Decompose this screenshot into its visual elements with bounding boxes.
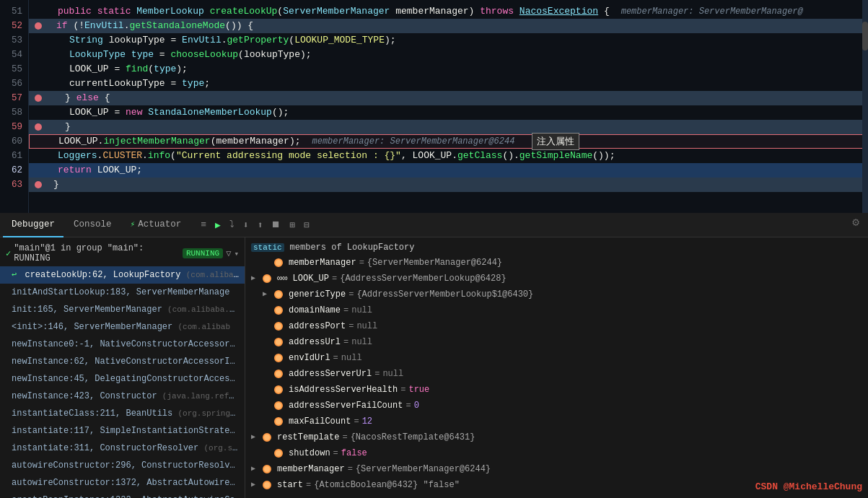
var-item-lookup[interactable]: ▶ ∞∞ LOOK_UP = {AddressServerMemberLooku…: [245, 271, 868, 287]
var-dot-domain: [274, 306, 283, 315]
hint-51: memberManager: ServerMemberManager@: [621, 4, 803, 19]
active-arrow: ↩: [12, 270, 17, 280]
var-item-is-health[interactable]: isAddressServerHealth = true: [245, 382, 868, 398]
var-val-addr-srv-url: null: [382, 367, 403, 380]
ln-61: 61: [6, 149, 22, 163]
expand-icon-lookup[interactable]: ▶: [251, 272, 260, 285]
chinese-label-60: 注入属性: [532, 133, 579, 150]
expand-icon-generic[interactable]: ▶: [263, 288, 271, 301]
code-line-63: }: [29, 178, 868, 192]
toolbar-icon-stop[interactable]: ⏹: [268, 217, 284, 232]
stack-item-11[interactable]: autowireConstructor:296, ConstructorReso…: [0, 457, 245, 474]
ln-54: 54: [6, 48, 22, 62]
toolbar-icon-step-out[interactable]: ⬆: [254, 217, 267, 233]
toolbar-icon-resume[interactable]: ▶: [211, 217, 224, 233]
var-name-addr-srv-url: addressServerUrl: [289, 367, 372, 380]
stack-item-5[interactable]: newInstance:62, NativeConstructorAccesso…: [0, 353, 245, 370]
var-val-is-health: true: [408, 383, 429, 396]
call-stack-panel: ✓ "main"@1 in group "main": RUNNING RUNN…: [0, 237, 245, 498]
stack-item-2[interactable]: init:165, ServerMemberManager (com.aliba…: [0, 301, 245, 318]
var-name-lookup: ∞∞ LOOK_UP: [277, 272, 329, 285]
stack-item-text-9: instantiate:117, SimpleInstantiationStra…: [12, 426, 245, 436]
var-item-rest-template[interactable]: ▶ restTemplate = {NacosRestTemplate@6431…: [245, 429, 868, 445]
var-name-shutdown: shutdown: [289, 447, 330, 460]
editor-scrollbar[interactable]: [862, 0, 868, 213]
toolbar-icon-table[interactable]: ⊞: [286, 217, 299, 233]
settings-icon[interactable]: ⚙: [852, 215, 859, 230]
toolbar-icon-lines[interactable]: ≡: [197, 217, 210, 232]
var-val-fail-count: 0: [414, 399, 419, 412]
stack-item-text-1: initAndStartLookup:183, ServerMemberMana…: [12, 287, 229, 297]
ln-63: 63: [6, 178, 22, 192]
stack-item-3[interactable]: <init>:146, ServerMemberManager (com.ali…: [0, 318, 245, 336]
var-name-fail-count: addressServerFailCount: [289, 399, 403, 412]
stack-item-7[interactable]: newInstance:423, Constructor (java.lang.…: [0, 388, 245, 405]
var-eq-0: =: [359, 256, 364, 269]
stack-item-text-2: init:165, ServerMemberManager (com.aliba…: [12, 305, 239, 315]
tab-console[interactable]: Console: [65, 213, 120, 237]
var-name-is-health: isAddressServerHealth: [289, 383, 398, 396]
tab-debugger[interactable]: Debugger: [3, 213, 63, 237]
tab-actuator-label: Actuator: [138, 219, 181, 230]
var-eq-domain: =: [343, 304, 348, 317]
stack-item-4[interactable]: newInstance0:-1, NativeConstructorAccess…: [0, 336, 245, 353]
var-item-shutdown[interactable]: shutdown = false: [245, 445, 868, 461]
ln-60: 60: [6, 134, 22, 149]
var-item-generic-type[interactable]: ▶ genericType = {AddressServerMemberLook…: [245, 287, 868, 302]
stack-item-13[interactable]: createBeanInstance:1222, AbstractAutowir…: [0, 492, 245, 498]
stack-item-8[interactable]: instantiateClass:211, BeanUtils (org.spr…: [0, 405, 245, 422]
code-line-52: if (!EnvUtil.getStandaloneMode()) {: [29, 19, 868, 33]
toolbar-icons: ≡ ▶ ⤵ ⬇ ⬆ ⏹ ⊞ ⊟: [197, 217, 313, 233]
code-line-54: LookupType type = chooseLookup(lookupTyp…: [29, 48, 868, 62]
var-item-member-manager-1[interactable]: ▶ memberManager = {ServerMemberManager@6…: [245, 461, 868, 477]
var-name-port: addressPort: [289, 320, 346, 333]
var-item-address-server-url[interactable]: addressServerUrl = null: [245, 366, 868, 382]
debug-dot-57: [35, 95, 42, 102]
var-val-generic: {AddressServerMemberLookup$1@6430}: [356, 288, 533, 301]
var-name-max-fail: maxFailCount: [289, 415, 351, 428]
stack-item-text-10: instantiate:311, ConstructorResolver (or…: [12, 443, 245, 453]
toolbar-icon-restore[interactable]: ⊟: [300, 217, 313, 233]
code-line-59: }: [29, 120, 868, 134]
ln-58: 58: [6, 105, 22, 120]
stack-item-1[interactable]: initAndStartLookup:183, ServerMemberMana…: [0, 284, 245, 301]
stack-item-text-7: newInstance:423, Constructor (java.lang.…: [12, 391, 245, 401]
debugger-tabs-bar: Debugger Console ⚡ Actuator ≡ ▶ ⤵ ⬇ ⬆ ⏹ …: [0, 213, 868, 237]
thread-label: "main"@1 in group "main": RUNNING: [14, 243, 180, 263]
static-section-text: members of LookupFactory: [290, 243, 415, 253]
stack-item-9[interactable]: instantiate:117, SimpleInstantiationStra…: [0, 422, 245, 440]
var-val-shutdown: false: [341, 447, 367, 460]
var-item-env-id-url[interactable]: envIdUrl = null: [245, 350, 868, 366]
filter-icon[interactable]: ▽: [226, 248, 231, 259]
tab-actuator[interactable]: ⚡ Actuator: [122, 213, 190, 237]
ln-55: 55: [6, 62, 22, 77]
hint-60: memberManager: ServerMemberManager@6244: [312, 134, 515, 149]
ln-62: 62: [6, 163, 22, 178]
stack-item-text-13: createBeanInstance:1222, AbstractAutowir…: [12, 495, 235, 498]
var-name-domain: domainName: [289, 304, 341, 317]
ln-56: 56: [6, 77, 22, 91]
check-icon: ✓: [6, 248, 11, 259]
code-line-56: currentLookupType = type;: [29, 77, 868, 91]
stack-item-10[interactable]: instantiate:311, ConstructorResolver (or…: [0, 440, 245, 457]
var-item-member-manager-0[interactable]: memberManager = {ServerMemberManager@624…: [245, 255, 868, 271]
code-line-60: LOOK_UP.injectMemberManager(memberManage…: [29, 134, 868, 149]
code-line-61: Loggers.CLUSTER.info("Current addressing…: [29, 149, 868, 163]
toolbar-icon-step-into[interactable]: ⬇: [240, 217, 253, 233]
stack-item-text-4: newInstance0:-1, NativeConstructorAccess…: [12, 339, 240, 349]
var-item-fail-count[interactable]: addressServerFailCount = 0: [245, 398, 868, 414]
var-name-addr-url: addressUrl: [289, 336, 341, 349]
var-item-address-url[interactable]: addressUrl = null: [245, 334, 868, 350]
code-line-62: return LOOK_UP;: [29, 163, 868, 178]
var-item-domain-name[interactable]: domainName = null: [245, 302, 868, 318]
debugger-body: ✓ "main"@1 in group "main": RUNNING RUNN…: [0, 237, 868, 498]
stack-item-6[interactable]: newInstance:45, DelegatingConstructorAcc…: [0, 370, 245, 388]
stack-item-0[interactable]: ↩ createLookUp:62, LookupFactory (com.al…: [0, 266, 245, 284]
toolbar-icon-step-over[interactable]: ⤵: [226, 217, 238, 232]
var-name-0: memberManager: [289, 256, 356, 269]
var-eq-generic: =: [348, 288, 354, 301]
var-item-max-fail[interactable]: maxFailCount = 12: [245, 414, 868, 429]
dropdown-arrow[interactable]: ▾: [234, 249, 239, 258]
stack-item-12[interactable]: autowireConstructor:1372, AbstractAutowi…: [0, 474, 245, 492]
var-item-address-port[interactable]: addressPort = null: [245, 318, 868, 334]
